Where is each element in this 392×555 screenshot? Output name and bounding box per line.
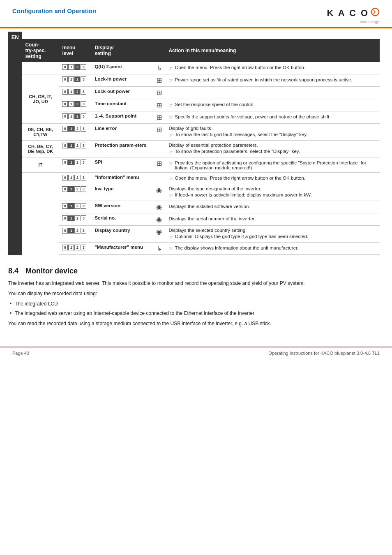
display-text: Lock-in power: [95, 76, 127, 81]
action-cell: [165, 87, 380, 99]
logo: K A C O: [327, 7, 380, 19]
menu-level-cell: 0123: [59, 87, 91, 99]
table-row: 0123Time constant⊞☞Set the response spee…: [22, 99, 380, 111]
display-icon-cell: ↳: [153, 62, 165, 74]
table-row: CH, GB, IT,JO, UD0123Lock-in power⊞☞Powe…: [22, 74, 380, 87]
action-note: ☞If feed-in power is actively limited: d…: [168, 192, 376, 199]
menu-level-icon: 0123: [62, 215, 86, 221]
menu-level-icon: 0123: [62, 126, 86, 132]
action-cell: ☞Provides the option of activating or co…: [165, 157, 380, 173]
finger-icon: ☞: [168, 161, 173, 166]
action-text: To show the protection parameters, selec…: [175, 149, 300, 154]
page-footer: Page 40 Operating Instructions for KACO …: [0, 347, 392, 359]
logo-tagline: new energy.: [360, 20, 380, 24]
main-content: EN Coun-try-spec.setting menulevel Displ…: [0, 32, 392, 338]
action-cell: ☞Open the menu: Press the right arrow bu…: [165, 62, 380, 74]
menu-level-cell: 0123: [59, 243, 91, 255]
display-text: Q(U) 2-point: [95, 64, 122, 69]
table-row: DE, CH, BE, CY,TW0123Line error⊞Display …: [22, 124, 380, 141]
action-note: ☞The display shows information about the…: [168, 245, 376, 252]
table-row: CH, BE, CY, DE-Nsp, DK0123Protection par…: [22, 141, 380, 157]
country-cell: IT: [22, 157, 59, 173]
menu-level-icon: 0123: [62, 101, 86, 107]
display-cell: SW version: [91, 201, 153, 213]
table-row: 0123SW version◉Displays the installed so…: [22, 201, 380, 213]
display-text: Time constant: [95, 101, 127, 106]
action-cell: ☞Power range set as % of rated power, in…: [165, 74, 380, 87]
edit-icon: ⊞: [157, 160, 162, 167]
menu-level-cell: 0123: [59, 184, 91, 201]
action-note: ☞Specify the support points for voltage,…: [168, 114, 376, 120]
edit-icon: ⊞: [157, 126, 162, 133]
eye-icon: ◉: [156, 187, 162, 194]
arrow-icon: ↳: [157, 65, 162, 72]
menu-level-icon: 0123: [62, 186, 86, 192]
menu-level-icon: 0123: [62, 245, 86, 250]
eye-icon: ◉: [156, 228, 162, 235]
action-cell: Display of essential protection paramete…: [165, 141, 380, 157]
display-icon-cell: ⊞: [153, 87, 165, 99]
action-cell: ☞The display shows information about the…: [165, 243, 380, 255]
menu-level-cell: 0123: [59, 99, 91, 111]
table-row: IT0123SPI⊞☞Provides the option of activa…: [22, 157, 380, 173]
display-icon-cell: [153, 141, 165, 157]
action-note: Displays the serial number of the invert…: [168, 216, 376, 221]
display-text: "Manufacturer" menu: [95, 245, 143, 250]
menu-level-icon: 0123: [62, 160, 86, 165]
language-label: EN: [8, 32, 22, 255]
country-cell: [22, 184, 59, 255]
finger-icon: ☞: [168, 65, 173, 71]
action-text: Power range set as % of rated power, in …: [175, 77, 352, 82]
action-text: The display shows information about the …: [175, 245, 298, 250]
display-cell: "Manufacturer" menu: [91, 243, 153, 255]
action-text: If feed-in power is actively limited: di…: [175, 192, 311, 197]
menu-level-cell: 0123: [59, 157, 91, 173]
action-note: Displays the installed software version.: [168, 204, 376, 209]
action-note: ☞Optional: Displays the grid type if a g…: [168, 234, 376, 240]
th-icon: [153, 39, 165, 62]
display-icon-cell: ◉: [153, 226, 165, 243]
th-action: Action in this menu/meaning: [165, 39, 380, 62]
display-text: Lock-out power: [95, 89, 130, 94]
country-cell: CH, GB, IT,JO, UD: [22, 74, 59, 124]
display-icon-cell: ⊞: [153, 99, 165, 111]
display-text: Inv. type: [95, 186, 113, 191]
country-cell: [22, 173, 59, 184]
menu-level-icon: 0123: [62, 89, 86, 95]
eye-icon: ◉: [156, 216, 162, 223]
logo-area: K A C O new energy.: [327, 7, 380, 24]
menu-level-icon: 0123: [62, 175, 86, 180]
table-row: 0123Q(U) 2-point↳☞Open the menu: Press t…: [22, 62, 380, 74]
action-cell: ☞Open the menu: Press the right arrow bu…: [165, 173, 380, 184]
arrow-icon: ↳: [157, 245, 162, 252]
table-row: 0123Lock-out power⊞: [22, 87, 380, 99]
action-text: Provides the option of activating or con…: [175, 160, 376, 170]
action-text: To show the last 5 grid fault messages, …: [175, 132, 307, 137]
action-text: Open the menu: Press the right arrow but…: [175, 65, 305, 70]
display-icon-cell: ◉: [153, 201, 165, 213]
action-text: Specify the support points for voltage, …: [175, 114, 329, 119]
finger-icon: ☞: [168, 176, 173, 182]
display-cell: Inv. type: [91, 184, 153, 201]
action-cell: ☞Set the response speed of the control.: [165, 99, 380, 111]
finger-icon: ☞: [168, 246, 173, 252]
country-cell: DE, CH, BE, CY,TW: [22, 124, 59, 141]
menu-level-cell: 0123: [59, 213, 91, 226]
display-cell: Display country: [91, 226, 153, 243]
display-text: Serial no.: [95, 215, 116, 220]
finger-icon: ☞: [168, 193, 173, 199]
finger-icon: ☞: [168, 149, 173, 155]
action-cell: Displays the type designation of the inv…: [165, 184, 380, 201]
action-text: Set the response speed of the control.: [175, 102, 254, 107]
display-text: Protection param-eters: [95, 143, 146, 148]
country-cell: CH, BE, CY, DE-Nsp, DK: [22, 141, 59, 157]
header-title: Configuration and Operation: [12, 7, 96, 14]
display-icon-cell: ◉: [153, 213, 165, 226]
action-text: Displays the installed software version.: [168, 204, 250, 209]
finger-icon: ☞: [168, 78, 173, 83]
action-note: ☞Provides the option of activating or co…: [168, 160, 376, 170]
menu-level-icon: 0123: [62, 64, 86, 70]
country-cell: [22, 62, 59, 74]
action-cell: Displays the selected country setting.☞O…: [165, 226, 380, 243]
config-table: Coun-try-spec.setting menulevel Display/…: [22, 39, 380, 255]
